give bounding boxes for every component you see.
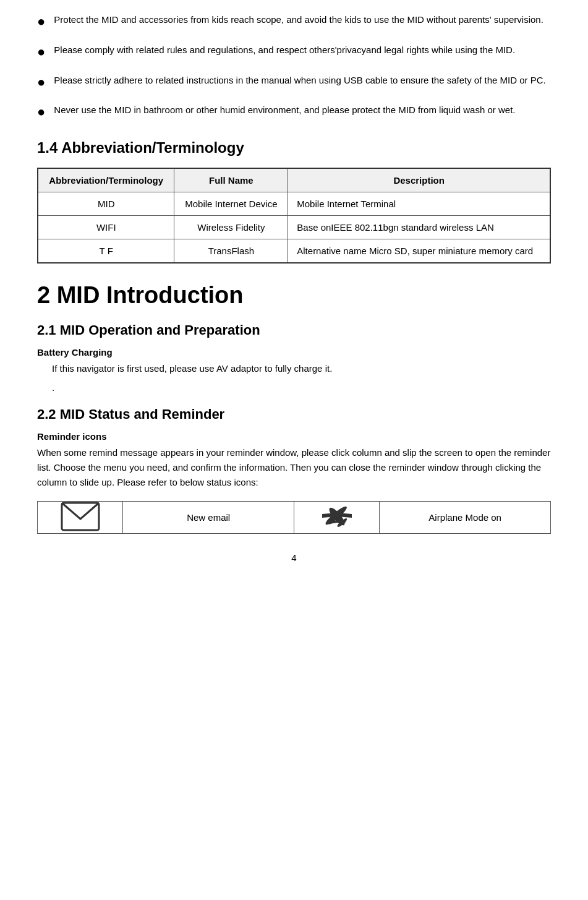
abbr-cell-mid: MID — [38, 192, 174, 216]
table-row: MID Mobile Internet Device Mobile Intern… — [38, 192, 550, 216]
bullet-text-4: Never use the MID in bathroom or other h… — [54, 103, 515, 118]
bullet-text-3: Please strictly adhere to related instru… — [54, 73, 545, 88]
mid-operation-heading: 2.1 MID Operation and Preparation — [37, 322, 551, 338]
table-row: T F TransFlash Alternative name Micro SD… — [38, 239, 550, 264]
bullet-3: ● Please strictly adhere to related inst… — [37, 73, 551, 92]
svg-point-4 — [334, 513, 339, 518]
battery-charging-text: If this navigator is first used, please … — [37, 361, 551, 376]
reminder-icons-text: When some remind message appears in your… — [37, 445, 551, 490]
page-number: 4 — [37, 552, 551, 563]
bullet-dot-3: ● — [37, 73, 45, 92]
desc-cell-wifi: Base onIEEE 802.11bgn standard wireless … — [288, 216, 550, 239]
email-icon — [61, 502, 100, 531]
bullet-dot-4: ● — [37, 103, 45, 122]
status-icons-table: New email Airplane Mode on — [37, 501, 551, 534]
bullet-1: ● Protect the MID and accessories from k… — [37, 12, 551, 32]
desc-cell-mid: Mobile Internet Terminal — [288, 192, 550, 216]
bullet-dot-1: ● — [37, 12, 45, 32]
battery-charging-label: Battery Charging — [37, 347, 551, 358]
full-cell-tf: TransFlash — [174, 239, 288, 264]
abbreviation-table: Abbreviation/Terminology Full Name Descr… — [37, 168, 551, 264]
abbr-cell-wifi: WIFI — [38, 216, 174, 239]
table-header-full: Full Name — [174, 168, 288, 192]
mid-intro-heading: 2 MID Introduction — [37, 282, 551, 309]
bullet-dot-2: ● — [37, 43, 45, 62]
airplane-label: Airplane Mode on — [380, 502, 551, 534]
airplane-icon — [317, 502, 357, 531]
reminder-icons-label: Reminder icons — [37, 431, 551, 442]
table-header-abbr: Abbreviation/Terminology — [38, 168, 174, 192]
bullet-2: ● Please comply with related rules and r… — [37, 43, 551, 62]
table-row: WIFI Wireless Fidelity Base onIEEE 802.1… — [38, 216, 550, 239]
mid-status-heading: 2.2 MID Status and Reminder — [37, 406, 551, 422]
bullet-4: ● Never use the MID in bathroom or other… — [37, 103, 551, 122]
email-label: New email — [123, 502, 294, 534]
email-icon-cell — [38, 502, 123, 534]
dot-separator: . — [37, 382, 551, 393]
full-cell-mid: Mobile Internet Device — [174, 192, 288, 216]
full-cell-wifi: Wireless Fidelity — [174, 216, 288, 239]
airplane-icon-cell — [294, 502, 379, 534]
desc-cell-tf: Alternative name Micro SD, super miniatu… — [288, 239, 550, 264]
bullet-text-2: Please comply with related rules and reg… — [54, 43, 515, 58]
bullet-text-1: Protect the MID and accessories from kid… — [54, 12, 543, 27]
abbr-cell-tf: T F — [38, 239, 174, 264]
table-header-desc: Description — [288, 168, 550, 192]
status-row: New email Airplane Mode on — [38, 502, 551, 534]
abbr-section-heading: 1.4 Abbreviation/Terminology — [37, 139, 551, 156]
